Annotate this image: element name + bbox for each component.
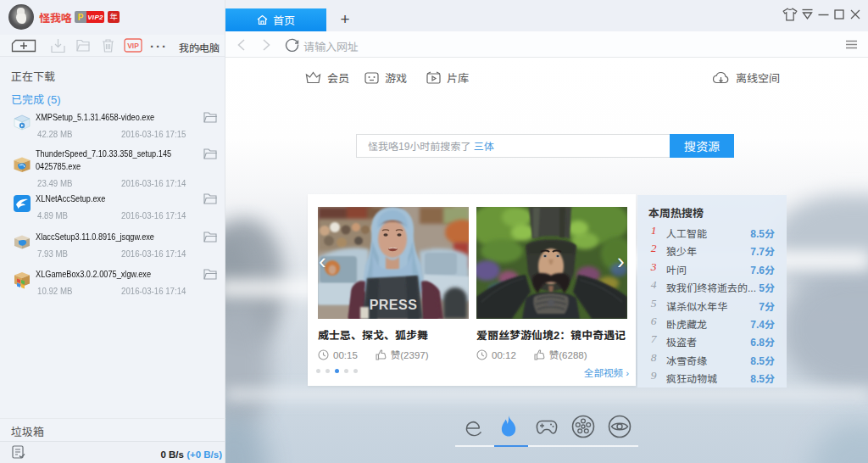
svg-text:VIP: VIP: [127, 42, 139, 50]
svg-text:PRESS: PRESS: [370, 298, 418, 312]
